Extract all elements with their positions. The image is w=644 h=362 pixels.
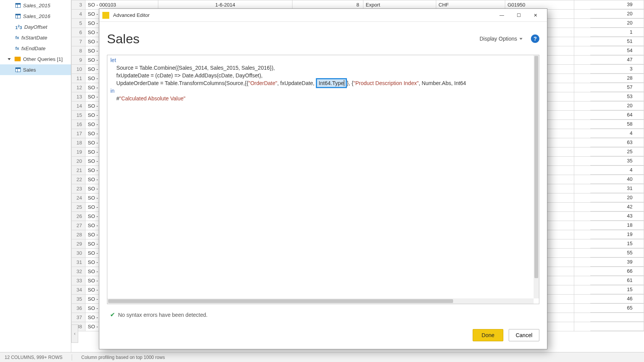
rightmost-column: 3920201515447328575320645846325354403120… (590, 0, 644, 331)
title-bar[interactable]: Advanced Editor — ☐ ✕ (99, 9, 547, 22)
code-line: UpdateOrderDate = Table.TransformColumns… (110, 80, 248, 86)
number-icon: 123 (15, 24, 22, 30)
code-line: }, { (347, 80, 353, 86)
chevron-down-icon (519, 38, 522, 40)
close-button[interactable]: ✕ (527, 10, 544, 21)
code-editor[interactable]: let Source = Table.Combine({Sales_2014, … (107, 55, 539, 304)
tree-item-label: DayOffset (24, 24, 47, 30)
scrollbar-thumb[interactable] (108, 299, 453, 303)
tree-item-dayoffset[interactable]: 123 DayOffset (0, 21, 71, 32)
cancel-button[interactable]: Cancel (509, 329, 539, 341)
table-icon (15, 67, 21, 72)
tree-item-label: Sales (23, 67, 36, 73)
help-button[interactable]: ? (531, 34, 539, 43)
minimize-button[interactable]: — (493, 10, 510, 21)
button-label: Cancel (516, 332, 532, 338)
code-content[interactable]: let Source = Table.Combine({Sales_2014, … (107, 55, 534, 104)
tree-item-label: fxStartDate (21, 35, 48, 41)
query-name-heading: Sales (107, 31, 140, 46)
panel-collapse-handle[interactable]: ‹ (71, 324, 78, 343)
code-line: , Number.Abs, Int64 (419, 80, 466, 86)
tree-item-sales-2016[interactable]: Sales_2016 (0, 11, 71, 21)
code-line: Source = Table.Combine({Sales_2014, Sale… (110, 65, 275, 71)
tree-item-fxstartdate[interactable]: fx fxStartDate (0, 32, 71, 43)
dialog-title: Advanced Editor (113, 12, 150, 18)
dialog-body: Sales Display Options ? let Source = Tab… (99, 22, 547, 349)
function-icon: fx (15, 46, 19, 51)
table-icon (15, 3, 21, 8)
header-row: Sales Display Options ? (107, 29, 539, 49)
tree-item-label: fxEndDate (21, 46, 46, 51)
advanced-editor-dialog: Advanced Editor — ☐ ✕ Sales Display Opti… (99, 8, 547, 349)
code-line: fxUpdateDate = (cDate) => Date.AddDays(c… (110, 72, 263, 79)
app-icon (102, 12, 109, 19)
done-button[interactable]: Done (473, 329, 503, 341)
scrollbar-thumb[interactable] (534, 56, 538, 278)
queries-tree[interactable]: Sales_2015 Sales_2016 123 DayOffset fx f… (0, 0, 71, 352)
tree-item-label: Sales_2015 (23, 3, 50, 8)
code-string: "Calculated Absolute Value" (119, 95, 185, 102)
keyword-let: let (110, 57, 116, 63)
keyword-in: in (110, 88, 115, 94)
table-icon (15, 14, 21, 18)
status-row-count: 12 COLUMNS, 999+ ROWS (5, 355, 62, 360)
status-profiling: Column profiling based on top 1000 rows (81, 355, 165, 360)
code-string: "Product Description Index" (353, 80, 419, 86)
help-icon: ? (534, 36, 537, 42)
tree-item-label: Sales_2016 (23, 13, 50, 19)
tree-item-sales[interactable]: Sales (0, 64, 71, 75)
status-bar: 12 COLUMNS, 999+ ROWS Column profiling b… (0, 352, 644, 362)
vertical-scrollbar[interactable] (534, 55, 539, 298)
code-line: # (110, 95, 119, 102)
horizontal-scrollbar[interactable] (107, 298, 534, 304)
maximize-button[interactable]: ☐ (510, 10, 527, 21)
display-options-dropdown[interactable]: Display Options (480, 36, 522, 42)
selected-text[interactable]: Int64.Type (316, 78, 347, 88)
display-options-label: Display Options (480, 36, 517, 42)
folder-icon (15, 57, 21, 61)
dialog-buttons: Done Cancel (107, 322, 539, 349)
button-label: Done (481, 332, 494, 338)
code-string: "OrderDate" (248, 80, 277, 86)
check-icon: ✔ (110, 311, 115, 318)
tree-item-label: Other Queries [1] (23, 56, 63, 62)
function-icon: fx (15, 35, 19, 40)
selection-content: Int64.Type (319, 80, 343, 86)
code-line: , fxUpdateDate, (277, 80, 316, 86)
syntax-message: No syntax errors have been detected. (118, 312, 207, 318)
syntax-status: ✔ No syntax errors have been detected. (107, 308, 539, 318)
expand-icon (8, 58, 11, 60)
code-scroll-area[interactable]: let Source = Table.Combine({Sales_2014, … (107, 55, 534, 298)
divider (72, 354, 72, 360)
tree-item-sales-2015[interactable]: Sales_2015 (0, 0, 71, 11)
tree-folder-other-queries[interactable]: Other Queries [1] (0, 54, 71, 64)
tree-item-fxenddate[interactable]: fx fxEndDate (0, 43, 71, 54)
